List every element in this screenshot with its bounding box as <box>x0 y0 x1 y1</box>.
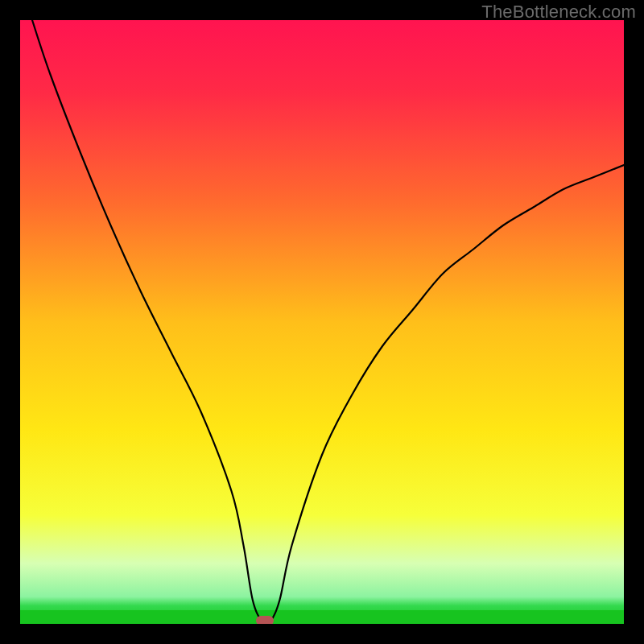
minimum-marker <box>256 616 274 624</box>
plot-area <box>20 20 624 624</box>
bottleneck-curve <box>20 20 624 624</box>
chart-frame: TheBottleneck.com <box>0 0 644 644</box>
attribution-text: TheBottleneck.com <box>481 2 636 23</box>
